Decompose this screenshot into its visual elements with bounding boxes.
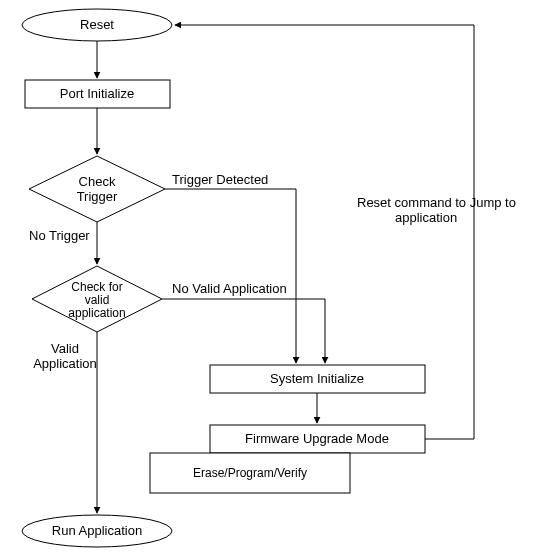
- check-trigger-label-1: Check: [79, 174, 116, 189]
- run-app-label: Run Application: [52, 523, 142, 538]
- port-init-node: Port Initialize: [25, 80, 170, 108]
- check-trigger-node: Check Trigger: [29, 156, 165, 222]
- edge-no-valid-app: [162, 299, 325, 363]
- fw-mode-label: Firmware Upgrade Mode: [245, 431, 389, 446]
- trigger-detected-label: Trigger Detected: [172, 172, 268, 187]
- sys-init-label: System Initialize: [270, 371, 364, 386]
- edge-trigger-detected: [165, 189, 296, 363]
- valid-app-label-1: Valid: [51, 341, 79, 356]
- fw-sub-label: Erase/Program/Verify: [193, 466, 307, 480]
- reset-node: Reset: [22, 9, 172, 41]
- fw-mode-node: Firmware Upgrade Mode: [210, 425, 425, 453]
- port-init-label: Port Initialize: [60, 86, 134, 101]
- fw-sub-node: Erase/Program/Verify: [150, 453, 350, 493]
- reset-label: Reset: [80, 17, 114, 32]
- sys-init-node: System Initialize: [210, 365, 425, 393]
- run-app-node: Run Application: [22, 515, 172, 547]
- reset-cmd-label-2: application: [395, 210, 457, 225]
- no-trigger-label: No Trigger: [29, 228, 90, 243]
- reset-cmd-label-1: Reset command to Jump to: [357, 195, 516, 210]
- check-valid-label-2: valid: [85, 293, 110, 307]
- check-valid-node: Check for valid application: [32, 266, 162, 332]
- check-trigger-label-2: Trigger: [77, 189, 118, 204]
- valid-app-label-2: Application: [33, 356, 97, 371]
- check-valid-label-1: Check for: [71, 280, 122, 294]
- check-valid-label-3: application: [68, 306, 125, 320]
- no-valid-app-label: No Valid Application: [172, 281, 287, 296]
